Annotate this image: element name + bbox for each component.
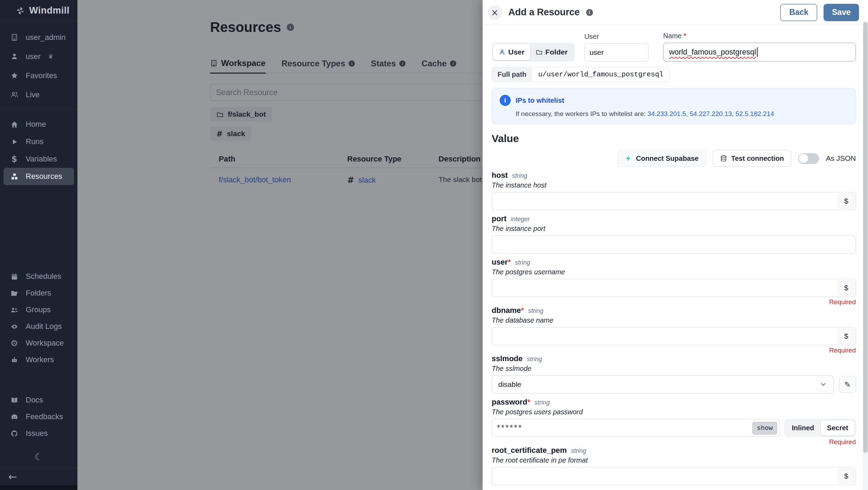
sidebar-item-live[interactable]: Live [0,85,77,104]
toggle-knob [799,154,808,163]
drawer-header: × Add a Resource i Back Save [483,0,868,25]
full-path-value: u/user/world_famous_postgresql [532,67,669,82]
connect-supabase-button[interactable]: Connect Supabase [618,150,706,167]
field-labels: user* string [492,258,856,267]
edit-pencil-button[interactable]: ✎ [839,376,856,393]
back-button[interactable]: Back [780,4,817,21]
infobox-text: If necessary, the workers IPs to whiteli… [516,110,648,117]
sidebar-item-audit-logs[interactable]: Audit Logs [0,318,77,335]
name-input[interactable]: world_famous_postgresql [663,43,856,61]
sidebar-item-variables[interactable]: $ Variables [0,150,77,168]
drawer-scrollbar[interactable] [863,21,868,490]
info-circle-icon: i [500,95,511,106]
boxes-icon [10,173,19,181]
scrollbar-thumb[interactable] [863,22,868,453]
secret-mode-toggle: Inlined Secret [784,419,856,437]
infobox-ips: 34.233.201.5, 54.227.220.13, 52.5.182.21… [648,110,774,117]
full-path-row: Full path u/user/world_famous_postgresql [492,67,670,82]
inlined-option[interactable]: Inlined [785,420,820,436]
password-input[interactable]: ****** [492,419,779,437]
field-type: string [571,447,586,455]
owner-folder-label: Folder [545,48,568,56]
field-labels: port integer [492,214,856,223]
user-input[interactable] [584,43,649,61]
password-input-wrap: ****** show [492,419,779,437]
field-type: string [512,172,527,180]
sidebar-item-workspace-selector[interactable]: user_admin [0,28,77,47]
sidebar-item-docs[interactable]: Docs [0,392,77,408]
schedules-label: Schedules [26,272,61,281]
name-field-label: Name * [663,32,856,40]
pg-user-input[interactable] [492,279,856,297]
workspace-settings-label: Workspace [26,339,64,348]
variable-picker-button[interactable]: $ [838,281,854,295]
test-connection-button[interactable]: Test connection [713,150,791,167]
sidebar-item-user-menu[interactable]: user ♛ [0,47,77,66]
sidebar-item-runs[interactable]: Runs [0,133,77,150]
groups-label: Groups [26,305,51,314]
collapse-sidebar-button[interactable]: ← [0,468,77,485]
field-password: password* string The postgres users pass… [492,398,856,446]
host-input[interactable] [492,192,856,210]
variable-picker-button[interactable]: $ [838,469,854,483]
modal-overlay[interactable] [77,0,483,490]
save-button[interactable]: Save [824,4,859,21]
field-name: dbname* [492,306,524,315]
field-input-wrap: $ [492,192,856,210]
sidebar-item-home[interactable]: Home [0,116,77,133]
variable-picker-button[interactable]: $ [838,194,854,208]
field-name-text: dbname [492,306,521,315]
drawer-title: Add a Resource [508,7,580,18]
field-port: port integer The instance port [492,214,856,254]
sidebar-item-issues[interactable]: Issues [0,425,77,442]
user-menu-label: user [26,52,41,61]
docs-label: Docs [26,396,43,405]
variable-picker-button[interactable]: $ [838,329,854,343]
sidebar-item-workspace-settings[interactable]: ⚙ Workspace [0,335,77,351]
sidebar-item-folders[interactable]: Folders [0,285,77,301]
close-drawer-button[interactable]: × [487,5,502,20]
sidebar-item-schedules[interactable]: Schedules [0,268,77,285]
sslmode-select[interactable]: disable [492,375,834,393]
root-certificate-input[interactable] [492,467,856,485]
field-labels: password* string [492,398,856,407]
sidebar-item-workers[interactable]: Workers [0,351,77,368]
group-icon [10,306,19,314]
field-input-wrap: $ [492,467,856,485]
building-icon [10,33,19,41]
show-password-button[interactable]: show [752,422,777,434]
audit-logs-label: Audit Logs [26,322,62,331]
dbname-input[interactable] [492,327,856,345]
owner-toggle-user[interactable]: User [493,44,530,60]
logo-text: Windmill [29,5,69,16]
field-description: The sslmode [492,365,856,373]
field-labels: dbname* string [492,306,856,315]
workspace-selector-label: user_admin [26,33,66,42]
variables-label: Variables [26,155,57,164]
required-hint: Required [492,438,856,446]
windmill-logo[interactable]: Windmill [0,0,77,22]
field-input-wrap: $ [492,327,856,345]
as-json-toggle[interactable] [798,153,819,164]
star-icon [10,72,19,80]
port-input[interactable] [492,235,856,254]
theme-toggle[interactable]: ☾ [0,449,77,464]
user-icon [10,52,19,60]
drawer-body: User Folder User [483,25,868,485]
database-icon [720,155,727,162]
field-labels: root_certificate_pem string [492,446,856,455]
field-description: The root certificate in pe format [492,456,856,464]
sidebar-item-favorites[interactable]: Favorites [0,66,77,85]
sslmode-value: disable [498,380,521,389]
drawer-info-icon[interactable]: i [586,9,593,16]
owner-toggle-folder[interactable]: Folder [530,44,573,60]
sidebar-item-resources[interactable]: Resources [3,168,74,185]
sidebar-item-groups[interactable]: Groups [0,301,77,318]
runs-label: Runs [26,137,43,146]
users-icon [10,91,19,99]
github-icon [10,430,19,438]
value-section-title: Value [492,133,856,144]
field-description: The database name [492,316,856,324]
sidebar-item-feedbacks[interactable]: Feedbacks [0,408,77,425]
secret-option[interactable]: Secret [820,420,855,436]
